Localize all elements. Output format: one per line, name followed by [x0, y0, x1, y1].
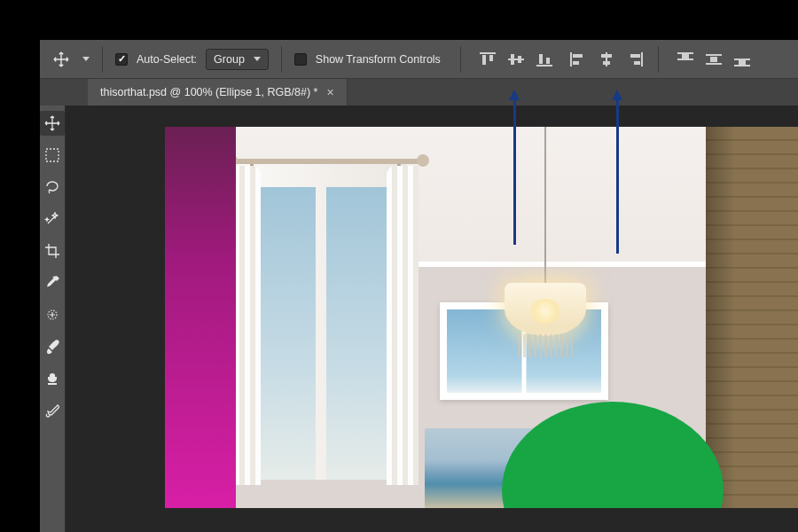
svg-rect-23: [710, 57, 717, 62]
auto-select-mode-dropdown[interactable]: Group: [206, 49, 269, 70]
options-bar: Auto-Select: Group Show Transform Contro…: [40, 40, 798, 79]
move-tool[interactable]: [40, 111, 65, 136]
image-curtain: [387, 166, 419, 485]
annotation-arrow-1: [513, 98, 516, 245]
divider: [281, 46, 282, 73]
align-left-edges[interactable]: [567, 50, 589, 69]
distribute-top[interactable]: [675, 50, 696, 69]
brush-tool[interactable]: [40, 334, 65, 359]
svg-rect-13: [601, 54, 612, 58]
document-tab[interactable]: thisorthat.psd @ 100% (Ellipse 1, RGB/8#…: [88, 79, 348, 106]
svg-rect-2: [489, 55, 493, 61]
svg-rect-20: [682, 54, 689, 59]
lasso-tool[interactable]: [40, 175, 65, 200]
svg-rect-0: [480, 52, 496, 54]
svg-rect-26: [739, 60, 746, 65]
distribute-group: [675, 50, 753, 69]
auto-select-mode-value: Group: [214, 53, 245, 66]
layer-gradient: [165, 127, 236, 508]
svg-rect-11: [573, 61, 579, 65]
svg-rect-16: [630, 54, 640, 58]
close-icon[interactable]: ×: [326, 85, 333, 99]
svg-rect-1: [482, 55, 486, 65]
svg-rect-27: [46, 149, 59, 161]
show-transform-label: Show Transform Controls: [316, 53, 441, 66]
align-vertical-centers[interactable]: [505, 50, 527, 69]
tool-preset-move-icon[interactable]: [49, 47, 74, 72]
magic-wand-tool[interactable]: [40, 207, 65, 231]
svg-rect-17: [634, 61, 640, 65]
eyedropper-tool[interactable]: [40, 270, 65, 295]
document-canvas[interactable]: [165, 127, 798, 508]
svg-rect-7: [539, 54, 543, 64]
image-window-large: [236, 160, 409, 480]
align-bottom-edges[interactable]: [534, 50, 555, 69]
image-pendant-shade: [505, 283, 586, 336]
image-pendant-crystals: [518, 334, 573, 357]
svg-rect-15: [641, 52, 643, 66]
svg-rect-9: [570, 52, 572, 66]
auto-select-label: Auto-Select:: [137, 53, 197, 66]
svg-rect-21: [706, 54, 722, 56]
tool-preset-dropdown-icon[interactable]: [82, 57, 90, 61]
svg-rect-3: [508, 59, 524, 60]
svg-rect-19: [677, 59, 693, 60]
svg-rect-25: [734, 65, 750, 66]
annotation-arrow-2: [616, 98, 619, 254]
image-curtain: [234, 166, 261, 485]
divider: [460, 46, 461, 73]
image-curtain-rod: [231, 159, 421, 164]
svg-rect-18: [677, 52, 693, 54]
align-vertical-group: [477, 50, 555, 69]
align-right-edges[interactable]: [624, 50, 645, 69]
show-transform-checkbox[interactable]: [294, 53, 307, 66]
tools-panel: [40, 106, 66, 532]
history-brush-tool[interactable]: [40, 398, 65, 423]
align-horizontal-centers[interactable]: [596, 50, 617, 69]
image-pendant-wire: [544, 127, 546, 295]
work-area: [40, 106, 798, 532]
image-rod-finial: [417, 154, 429, 167]
document-tab-title: thisorthat.psd @ 100% (Ellipse 1, RGB/8#…: [100, 86, 317, 98]
image-brick-wall: [706, 127, 798, 508]
svg-rect-4: [511, 54, 514, 65]
document-tab-bar: thisorthat.psd @ 100% (Ellipse 1, RGB/8#…: [40, 79, 798, 106]
auto-select-checkbox[interactable]: [115, 53, 128, 66]
svg-rect-8: [546, 58, 550, 64]
svg-rect-14: [603, 61, 610, 65]
canvas-area[interactable]: [66, 106, 798, 532]
svg-rect-5: [518, 56, 521, 63]
crop-tool[interactable]: [40, 239, 65, 263]
chevron-down-icon: [254, 57, 261, 61]
distribute-vertical-centers[interactable]: [703, 50, 724, 69]
svg-rect-24: [734, 59, 750, 60]
divider: [658, 46, 659, 73]
svg-rect-22: [706, 63, 722, 65]
svg-rect-10: [573, 54, 583, 58]
clone-stamp-tool[interactable]: [40, 366, 65, 391]
divider: [102, 46, 103, 73]
align-top-edges[interactable]: [477, 50, 498, 69]
marquee-tool[interactable]: [40, 143, 65, 168]
align-horizontal-group: [567, 50, 645, 69]
svg-rect-6: [536, 65, 552, 66]
photoshop-window: Auto-Select: Group Show Transform Contro…: [40, 40, 798, 532]
distribute-bottom[interactable]: [732, 50, 753, 69]
healing-brush-tool[interactable]: [40, 302, 65, 327]
